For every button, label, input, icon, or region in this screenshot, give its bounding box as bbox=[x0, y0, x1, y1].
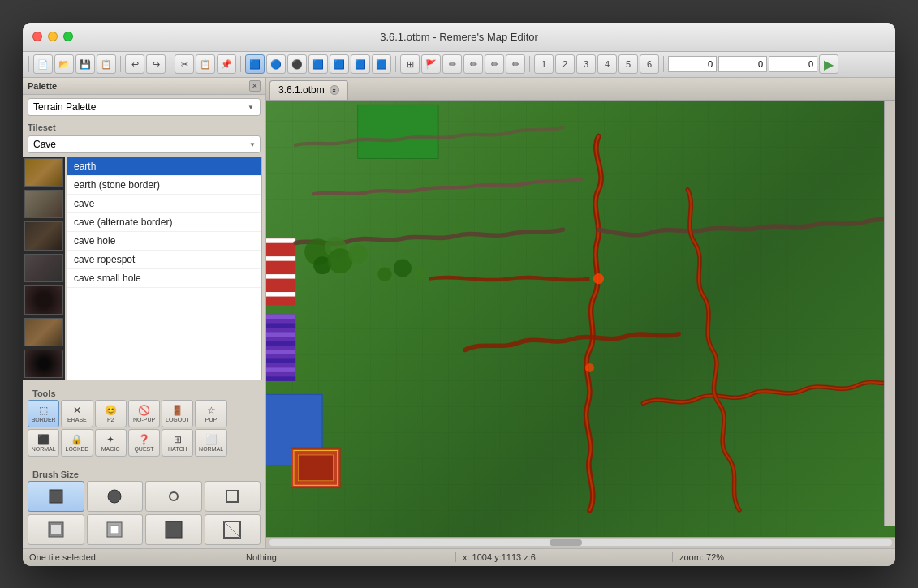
brush-large-border-icon bbox=[222, 520, 242, 539]
brush-grid bbox=[28, 481, 261, 545]
save-button[interactable]: 💾 bbox=[75, 54, 95, 74]
copy-button[interactable]: 📋 bbox=[196, 54, 215, 74]
sq4-button[interactable]: 🟦 bbox=[372, 54, 391, 74]
tool-border[interactable]: ⬚ BORDER bbox=[28, 400, 59, 427]
brush-border2-icon bbox=[105, 520, 124, 539]
tile-list: earth earth (stone border) cave cave (al… bbox=[67, 157, 262, 380]
nopup-icon: 🚫 bbox=[138, 405, 150, 416]
tool-nopup[interactable]: 🚫 NO-PUP bbox=[128, 400, 160, 427]
undo-button[interactable]: ↩ bbox=[125, 54, 144, 74]
sq1-button[interactable]: 🟦 bbox=[308, 54, 328, 74]
tool-quest[interactable]: ❓ QUEST bbox=[128, 429, 160, 457]
vertical-scrollbar[interactable] bbox=[884, 101, 895, 526]
svg-rect-29 bbox=[266, 376, 295, 380]
tools-grid: ⬚ BORDER ✕ ERASE 😊 P2 🚫 NO-PUP bbox=[28, 400, 261, 457]
thumb-cave-alt[interactable] bbox=[24, 254, 63, 282]
coord-x-input[interactable]: 0 bbox=[668, 56, 717, 72]
svg-rect-8 bbox=[166, 521, 182, 538]
minimize-button[interactable] bbox=[48, 32, 58, 41]
tile-item-cave-hole[interactable]: cave hole bbox=[67, 232, 261, 251]
tab-close-button[interactable]: × bbox=[330, 85, 339, 95]
brush-small-circle-icon bbox=[164, 487, 183, 506]
palette-close-button[interactable]: ✕ bbox=[249, 80, 261, 92]
horizontal-scrollbar[interactable] bbox=[266, 537, 895, 548]
dot-view-button[interactable]: ⚫ bbox=[287, 54, 307, 74]
tile-item-cave-alt[interactable]: cave (alternate border) bbox=[67, 213, 261, 232]
toolbar-sep-4 bbox=[240, 56, 241, 72]
sidebar: Palette ✕ Terrain Palette Doodad Palette… bbox=[23, 78, 266, 548]
sq3-button[interactable]: 🟦 bbox=[351, 54, 370, 74]
tile-item-cave-ropespot[interactable]: cave ropespot bbox=[67, 251, 261, 269]
toolbar-sep-7 bbox=[663, 56, 664, 72]
paste-button[interactable]: 📌 bbox=[217, 54, 236, 74]
brush-large-fill[interactable] bbox=[145, 514, 202, 545]
go-button[interactable]: ▶ bbox=[819, 54, 838, 74]
close-button[interactable] bbox=[32, 32, 42, 41]
brush-2x2-square[interactable] bbox=[205, 481, 261, 512]
svg-point-2 bbox=[170, 492, 178, 500]
palette-type-select[interactable]: Terrain Palette Doodad Palette Item Pale… bbox=[28, 98, 261, 116]
thumb-earth-stone[interactable] bbox=[24, 190, 63, 218]
thumb-cave-ropespot[interactable] bbox=[24, 318, 63, 346]
edit2-button[interactable]: ✏ bbox=[463, 54, 483, 74]
layer5-button[interactable]: 5 bbox=[618, 54, 638, 74]
tool-logout[interactable]: 🚪 LOGOUT bbox=[162, 400, 193, 427]
thumb-cave[interactable] bbox=[24, 221, 63, 250]
palette-dropdown-wrapper[interactable]: Terrain Palette Doodad Palette Item Pale… bbox=[28, 98, 261, 116]
brush-border-square2[interactable] bbox=[87, 514, 144, 545]
thumb-earth[interactable] bbox=[24, 158, 63, 187]
tool-p2[interactable]: 😊 P2 bbox=[95, 400, 127, 427]
tile-item-cave-small-hole[interactable]: cave small hole bbox=[67, 269, 261, 288]
tile-item-earth-stone[interactable]: earth (stone border) bbox=[67, 176, 261, 195]
tool-pup[interactable]: ☆ PUP bbox=[195, 400, 226, 427]
brush-1x1-circle[interactable] bbox=[87, 481, 144, 512]
grid-button[interactable]: ⊞ bbox=[400, 54, 420, 74]
layer2-button[interactable]: 2 bbox=[555, 54, 575, 74]
brush-small-circle[interactable] bbox=[145, 481, 202, 512]
tile-item-earth[interactable]: earth bbox=[67, 157, 261, 176]
thumb-cave-hole[interactable] bbox=[24, 285, 63, 314]
brush-2x2-icon bbox=[222, 487, 242, 506]
thumb-cave-small-hole[interactable] bbox=[24, 350, 63, 378]
tool-magic[interactable]: ✦ MAGIC bbox=[95, 429, 127, 457]
tool-hatch[interactable]: ⊞ HATCH bbox=[162, 429, 193, 457]
svg-rect-7 bbox=[110, 526, 119, 534]
edit1-button[interactable]: ✏ bbox=[442, 54, 462, 74]
new-button[interactable]: 📄 bbox=[33, 54, 53, 74]
flag-button[interactable]: 🚩 bbox=[421, 54, 441, 74]
cut-button[interactable]: ✂ bbox=[175, 54, 194, 74]
brush-border-icon bbox=[46, 520, 66, 539]
layer4-button[interactable]: 4 bbox=[597, 54, 617, 74]
terrain-view-button[interactable]: 🟦 bbox=[245, 54, 265, 74]
maximize-button[interactable] bbox=[63, 32, 73, 41]
tile-list-container: earth earth (stone border) cave cave (al… bbox=[23, 157, 265, 380]
tileset-select[interactable]: Cave Grass Water Snow Sand bbox=[28, 135, 261, 153]
svg-rect-3 bbox=[226, 491, 238, 502]
brush-border-square[interactable] bbox=[28, 514, 84, 545]
brush-large-border[interactable] bbox=[205, 514, 261, 545]
layer6-button[interactable]: 6 bbox=[640, 54, 659, 74]
circle-view-button[interactable]: 🔵 bbox=[266, 54, 286, 74]
layer1-button[interactable]: 1 bbox=[534, 54, 554, 74]
layer3-button[interactable]: 3 bbox=[576, 54, 596, 74]
toolbar-sep-3 bbox=[170, 56, 170, 72]
coord-y-input[interactable]: 0 bbox=[718, 56, 767, 72]
coord-z-input[interactable]: 0 bbox=[769, 56, 817, 72]
edit3-button[interactable]: ✏ bbox=[485, 54, 504, 74]
redo-button[interactable]: ↪ bbox=[146, 54, 166, 74]
map-viewport[interactable] bbox=[266, 101, 895, 537]
tool-normal[interactable]: ⬛ NORMAL bbox=[28, 429, 59, 457]
edit4-button[interactable]: ✏ bbox=[506, 54, 525, 74]
scroll-thumb-h[interactable] bbox=[550, 539, 582, 546]
tile-item-cave[interactable]: cave bbox=[67, 195, 261, 213]
tileset-select-wrapper[interactable]: Cave Grass Water Snow Sand bbox=[28, 135, 261, 153]
brush-1x1-square[interactable] bbox=[28, 481, 84, 512]
sq2-button[interactable]: 🟦 bbox=[330, 54, 349, 74]
tool-erase[interactable]: ✕ ERASE bbox=[61, 400, 93, 427]
map-tab[interactable]: 3.6.1.otbm × bbox=[269, 80, 348, 100]
saveas-button[interactable]: 📋 bbox=[97, 54, 116, 74]
tool-normal2[interactable]: ⬜ NORMAL bbox=[195, 429, 226, 457]
open-button[interactable]: 📂 bbox=[54, 54, 74, 74]
tool-locked[interactable]: 🔒 LOCKED bbox=[61, 429, 93, 457]
brush-circle-icon bbox=[105, 487, 124, 506]
